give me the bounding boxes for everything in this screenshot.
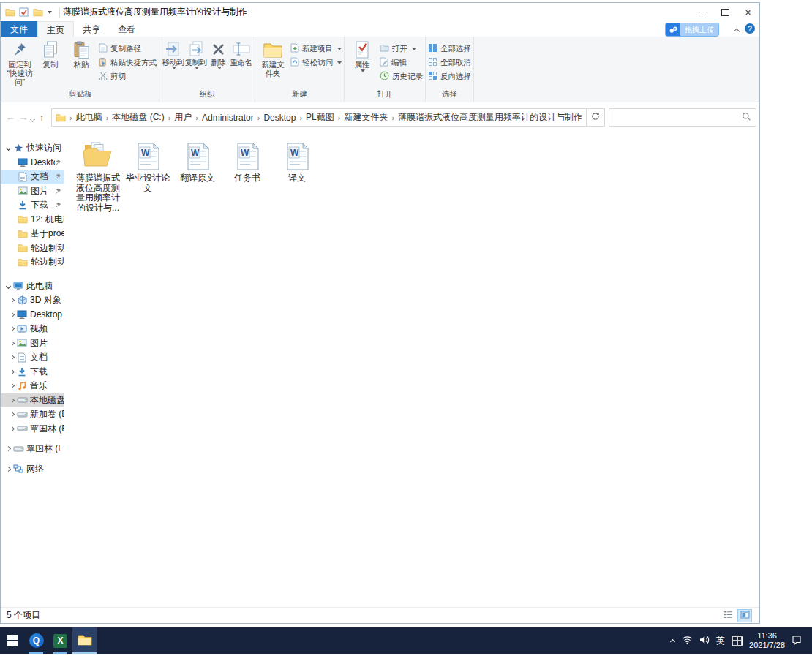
crumb-this-pc[interactable]: 此电脑 — [74, 111, 105, 124]
crumb-administrator[interactable]: Administrator — [200, 113, 256, 123]
sidebar-item-videos[interactable]: 视频 — [1, 322, 64, 336]
chevron-down-icon[interactable] — [4, 146, 12, 150]
taskbar-clock[interactable]: 11:36 2021/7/28 — [749, 631, 785, 650]
paste-shortcut-button[interactable]: 粘贴快捷方式 — [99, 56, 157, 69]
back-button[interactable]: ← — [4, 112, 17, 123]
thumbnail-view-button[interactable] — [737, 609, 752, 622]
copy-button[interactable]: 复制 — [35, 39, 66, 69]
volume-icon[interactable] — [699, 636, 710, 646]
refresh-icon — [591, 112, 600, 123]
desktop-icon — [16, 310, 28, 320]
cut-button[interactable]: 剪切 — [99, 69, 157, 83]
network-status-icon[interactable] — [682, 636, 693, 646]
crumb-pl[interactable]: PL截图 — [304, 111, 337, 124]
new-folder-button[interactable]: 新建文件夹 — [257, 39, 288, 78]
move-to-button[interactable]: 移动到 — [162, 39, 184, 69]
chevron-right-icon[interactable] — [8, 298, 16, 302]
select-all-button[interactable]: 全部选择 — [428, 42, 471, 56]
sidebar-item-folder[interactable]: 轮边制动 — [1, 241, 64, 256]
tab-share[interactable]: 共享 — [74, 21, 109, 37]
sidebar-item-folder[interactable]: 基于proe的汽车闸 — [1, 227, 64, 241]
crumb-users[interactable]: 用户 — [172, 111, 194, 124]
edit-button[interactable]: 编辑 — [380, 56, 423, 69]
open-button[interactable]: 打开 — [380, 42, 423, 56]
file-item-folder[interactable]: 薄膜谐振式液位高度测量用频率计的设计与... — [74, 137, 122, 213]
sidebar-item-network[interactable]: 网络 — [1, 462, 64, 477]
copy-path-button[interactable]: 复制路径 — [99, 42, 157, 56]
netdisk-upload-button[interactable]: 拖拽上传 — [665, 23, 719, 37]
help-button[interactable] — [745, 23, 755, 34]
crumb-desktop[interactable]: Desktop — [261, 113, 298, 123]
crumb-current-folder[interactable]: 薄膜谐振式液位高度测量用频率计的设计与制作 — [396, 111, 584, 124]
breadcrumb[interactable]: › 此电脑› 本地磁盘 (C:)› 用户› Administrator› Des… — [51, 108, 587, 127]
delete-button[interactable]: 删除 — [207, 39, 230, 69]
crumb-drive-c[interactable]: 本地磁盘 (C:) — [110, 111, 166, 124]
search-input[interactable] — [614, 112, 742, 124]
recent-locations-dropdown[interactable] — [31, 113, 34, 124]
history-button[interactable]: 历史记录 — [380, 69, 423, 83]
file-item-word[interactable]: W 毕业设计论文 — [124, 137, 172, 193]
sidebar-item-pictures[interactable]: 图片 — [1, 184, 64, 199]
file-item-word[interactable]: W 任务书 — [223, 137, 271, 184]
folder-icon[interactable] — [4, 7, 15, 18]
sidebar-item-music[interactable]: 音乐 — [1, 379, 64, 393]
tab-view[interactable]: 查看 — [109, 21, 144, 37]
sidebar-item-drive-c[interactable]: 本地磁盘 (C:) — [1, 393, 64, 408]
maximize-button[interactable] — [714, 3, 737, 21]
file-item-word[interactable]: W 翻译原文 — [173, 137, 222, 184]
ime-language-indicator[interactable]: 英 — [716, 635, 725, 647]
tab-file[interactable]: 文件 — [1, 21, 37, 37]
tab-home[interactable]: 主页 — [37, 21, 74, 37]
search-box[interactable] — [609, 108, 756, 127]
paste-button[interactable]: 粘贴 — [66, 39, 97, 69]
sidebar-item-documents[interactable]: 文档 — [1, 350, 64, 365]
sidebar-item-folder[interactable]: 12: 机电PLC (29 — [1, 213, 64, 227]
rename-button[interactable]: 重命名 — [230, 39, 252, 67]
qat-dropdown-icon[interactable] — [48, 11, 52, 14]
sidebar-item-3d-objects[interactable]: 3D 对象 — [1, 293, 64, 308]
easy-access-button[interactable]: 轻松访问 — [290, 56, 342, 69]
sidebar-item-folder[interactable]: 轮边制动 — [1, 255, 64, 270]
forward-button[interactable]: → — [17, 112, 30, 123]
chevron-down-icon[interactable] — [4, 284, 12, 288]
start-button[interactable] — [0, 627, 24, 654]
invert-selection-button[interactable]: 反向选择 — [428, 69, 471, 83]
sidebar-item-desktop[interactable]: Desktop — [1, 308, 64, 323]
close-button[interactable]: × — [737, 3, 759, 21]
properties-button[interactable]: 属性 — [347, 39, 377, 72]
sidebar-item-drive-f-root[interactable]: 覃国林 (F:) — [1, 442, 64, 456]
copy-to-button[interactable]: 复制到 — [184, 39, 207, 69]
sidebar-item-documents[interactable]: 文档 — [1, 170, 64, 184]
sidebar-item-downloads[interactable]: 下载 — [1, 365, 64, 380]
taskbar-excel-button[interactable] — [48, 627, 72, 654]
folder-icon[interactable] — [32, 7, 43, 18]
collapse-ribbon-button[interactable] — [734, 26, 742, 33]
details-view-button[interactable] — [721, 610, 734, 622]
sidebar-item-desktop[interactable]: Desktop — [1, 156, 64, 170]
taskbar-explorer-button[interactable] — [72, 627, 97, 654]
pin-to-quick-access-button[interactable]: 固定到“快速访问” — [4, 39, 35, 86]
hidden-icons-button[interactable] — [669, 638, 675, 644]
ime-keyboard-icon[interactable] — [732, 636, 743, 646]
sidebar-item-pictures[interactable]: 图片 — [1, 336, 64, 351]
sidebar-item-drive-d[interactable]: 新加卷 (D:) — [1, 407, 64, 422]
group-label-open: 打开 — [347, 88, 423, 102]
sidebar-item-drive-f[interactable]: 覃国林 (F:) — [1, 422, 64, 437]
refresh-button[interactable] — [587, 108, 605, 127]
taskbar-browser-button[interactable] — [24, 627, 48, 654]
file-item-word[interactable]: W 译文 — [273, 137, 321, 184]
select-all-icon — [428, 43, 437, 54]
desktop-icon — [17, 158, 29, 167]
action-center-icon[interactable] — [792, 635, 802, 647]
properties-check-icon[interactable] — [18, 7, 29, 18]
minimize-button[interactable] — [691, 3, 714, 21]
sidebar-header-this-pc[interactable]: 此电脑 — [1, 279, 64, 294]
new-item-button[interactable]: 新建项目 — [290, 42, 342, 56]
explorer-window: 薄膜谐振式液位高度测量用频率计的设计与制作 × 文件 主页 共享 查看 拖拽上传 — [0, 2, 760, 624]
crumb-new-folder[interactable]: 新建文件夹 — [342, 111, 390, 124]
sidebar-item-downloads[interactable]: 下载 — [1, 198, 64, 213]
sidebar-header-quick-access[interactable]: 快速访问 — [1, 141, 64, 156]
group-label-new: 新建 — [257, 88, 342, 102]
up-button[interactable]: ↑ — [35, 112, 48, 123]
select-none-button[interactable]: 全部取消 — [428, 56, 471, 69]
